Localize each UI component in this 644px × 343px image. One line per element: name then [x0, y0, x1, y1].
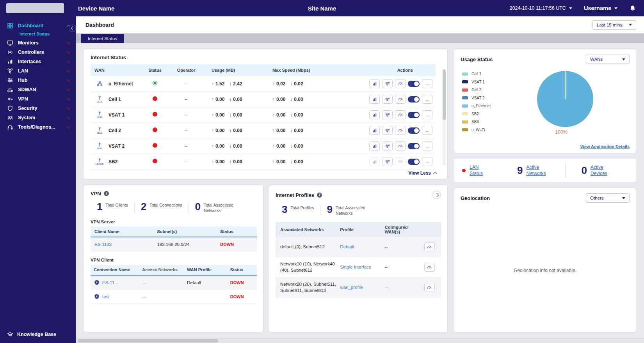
speedtest-button[interactable]	[395, 141, 406, 150]
vpn-connection-link[interactable]: test	[102, 294, 110, 299]
scrollbar-thumb[interactable]	[78, 339, 218, 343]
sidebar-item-interfaces[interactable]: Interfaces	[0, 57, 76, 66]
sidebar-item-label: System	[18, 115, 35, 120]
horizontal-scrollbar[interactable]	[76, 338, 644, 343]
sidebar-item-monitors[interactable]: Monitors	[0, 38, 76, 48]
sidebar-item-hub[interactable]: Hub	[0, 76, 76, 85]
wan-detail-arrow-button[interactable]: →	[422, 110, 432, 119]
view-less-link[interactable]: View Less	[408, 170, 436, 176]
wan-detail-arrow-button[interactable]: →	[422, 141, 432, 150]
wan-type-icon	[94, 81, 105, 87]
user-menu[interactable]: Username	[584, 5, 617, 11]
usage-value: ↑0.00 ↓0.00	[204, 97, 262, 102]
usage-chart-button[interactable]	[369, 79, 380, 88]
usage-chart-button[interactable]	[369, 157, 380, 166]
wan-settings-button[interactable]	[382, 141, 393, 150]
usage-scope-dropdown[interactable]: WANs	[586, 55, 630, 64]
datetime-dropdown[interactable]: 2024-10-10 11:17:56 UTC	[510, 5, 572, 11]
sidebar-item-lan[interactable]: LAN	[0, 66, 76, 76]
sidebar-item-controllers[interactable]: Controllers	[0, 48, 76, 57]
dashboard-icon	[7, 23, 13, 29]
geolocation-message: Geolocation info not available.	[454, 268, 636, 273]
wan-settings-button[interactable]	[382, 157, 393, 166]
wan-enable-toggle[interactable]	[408, 81, 420, 87]
wan-detail-arrow-button[interactable]: →	[422, 95, 432, 104]
download-arrow-icon: ↓	[290, 81, 292, 87]
wan-enable-toggle[interactable]	[408, 96, 420, 103]
profile-link[interactable]: Single Interface	[340, 264, 384, 271]
wan-detail-arrow-button[interactable]: →	[422, 126, 432, 135]
speedtest-button[interactable]	[395, 79, 406, 88]
profile-speedtest-button[interactable]	[424, 283, 435, 292]
profile-speedtest-button[interactable]	[424, 242, 435, 251]
wan-detail-arrow-button[interactable]: →	[422, 157, 432, 166]
profile-link[interactable]: Default	[340, 244, 384, 250]
sidebar-item-internet-status[interactable]: Internet Status	[0, 30, 76, 38]
wan-table-row: LBAND SB2 -- ↑0.00 ↓0.00	[91, 154, 436, 170]
caret-down-icon	[622, 58, 625, 60]
bell-icon[interactable]	[629, 5, 636, 12]
usage-chart-button[interactable]	[369, 95, 380, 104]
hub-icon	[7, 77, 13, 83]
internet-profiles-title: Internet Profiles	[276, 192, 314, 198]
vpn-server-header: Client Name Subnet(s) Status	[91, 226, 257, 237]
sidebar-item-sdwan[interactable]: SDWAN	[0, 85, 76, 94]
sidebar-item-security[interactable]: Security	[0, 104, 76, 113]
usage-chart-button[interactable]	[369, 141, 380, 150]
download-arrow-icon: ↓	[229, 81, 231, 87]
wan-enable-toggle[interactable]	[408, 143, 420, 149]
wan-enable-toggle[interactable]	[408, 159, 420, 165]
scrollbar-thumb[interactable]	[443, 69, 446, 120]
table-scrollbar[interactable]	[443, 69, 446, 166]
monitors-icon	[7, 40, 13, 46]
vpn-client-name-link[interactable]: ES-1133	[91, 242, 157, 247]
wan-settings-button[interactable]	[382, 110, 393, 119]
time-range-dropdown[interactable]: Last 15 mins	[592, 20, 636, 30]
speedtest-button[interactable]	[395, 126, 406, 135]
active-devices-link[interactable]: Active Devices	[591, 164, 612, 177]
wan-enable-toggle[interactable]	[408, 112, 420, 118]
sidebar-item-tools-diagnostics[interactable]: Tools/Diagnos...	[0, 122, 76, 132]
download-arrow-icon: ↓	[290, 128, 292, 133]
speedtest-button[interactable]	[395, 110, 406, 119]
operator-value: --	[169, 143, 204, 149]
vpn-connection-link[interactable]: ES-11...	[102, 280, 118, 285]
caret-down-icon	[622, 197, 625, 199]
speedtest-button[interactable]	[395, 157, 406, 166]
legend-label: VSAT 2	[471, 96, 485, 100]
profiles-next-button[interactable]	[432, 191, 441, 199]
profile-speedtest-button[interactable]	[424, 263, 435, 272]
view-application-details-link[interactable]: View Application Details	[580, 144, 630, 149]
max-speed-value: ↑0.00 ↓0.00	[262, 143, 329, 149]
configured-wans: --	[385, 244, 418, 250]
wan-settings-button[interactable]	[382, 79, 393, 88]
wan-enable-toggle[interactable]	[408, 127, 420, 134]
speedtest-button[interactable]	[395, 95, 406, 104]
profile-link[interactable]: wan_profile	[340, 285, 384, 291]
page-title: Dashboard	[85, 22, 114, 28]
vpn-client-row: test --- DOWN	[91, 290, 257, 304]
knowledge-base-link[interactable]: Knowledge Base	[0, 331, 76, 338]
usage-chart-button[interactable]	[369, 126, 380, 135]
logo	[6, 3, 64, 13]
sidebar-item-dashboard[interactable]: Dashboard	[0, 21, 76, 30]
sidebar-item-system[interactable]: System	[0, 113, 76, 122]
knowledge-base-label: Knowledge Base	[17, 332, 56, 337]
wan-settings-button[interactable]	[382, 126, 393, 135]
lan-status-card: LAN Status 9 Active Networks 0 Active De…	[454, 158, 636, 183]
tab-internet-status[interactable]: Internet Status	[81, 34, 124, 43]
sidebar-item-vpn[interactable]: VPN	[0, 94, 76, 104]
sidebar-collapse-button[interactable]	[69, 25, 76, 32]
usage-chart-button[interactable]	[369, 110, 380, 119]
usage-value: ↑0.00 ↓0.00	[204, 159, 262, 164]
wan-settings-button[interactable]	[382, 95, 393, 104]
wan-detail-arrow-button[interactable]: →	[422, 79, 432, 88]
info-icon[interactable]: i	[104, 191, 109, 196]
lan-status-link[interactable]: LAN Status	[470, 164, 493, 177]
vpn-server-rows: ES-1133 192.168.20.0/24 DOWN	[91, 237, 257, 251]
usage-status-title: Usage Status	[461, 57, 493, 62]
geolocation-dropdown[interactable]: Others	[586, 193, 630, 203]
info-icon[interactable]: i	[317, 193, 322, 198]
active-networks-count: 9	[517, 164, 523, 177]
active-networks-link[interactable]: Active Networks	[526, 164, 550, 177]
